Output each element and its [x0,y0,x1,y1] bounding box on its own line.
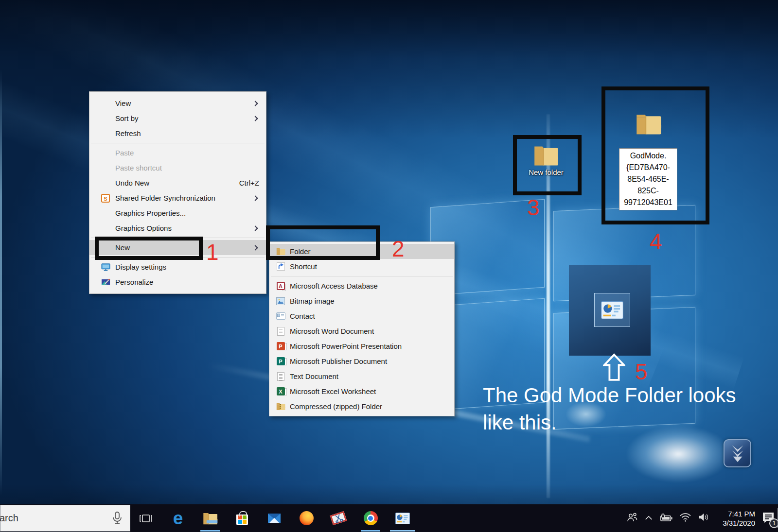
menu-item-undo-new[interactable]: Undo New Ctrl+Z [89,175,266,190]
folder-icon [533,145,559,166]
edge-icon[interactable]: e [162,504,194,532]
word-document-icon [275,327,286,336]
menu-item-view[interactable]: View [89,96,266,111]
menu-item-label: Microsoft Word Document [290,327,374,335]
submenu-item-shortcut[interactable]: Shortcut [269,259,454,274]
menu-item-label: Shared Folder Synchronization [115,194,215,202]
mail-icon[interactable] [258,504,290,532]
annotation-number-4: 4 [650,230,662,253]
desktop-icon-new-folder[interactable]: New folder [527,145,566,176]
godmode-selection-highlight[interactable] [594,293,630,327]
wifi-icon[interactable] [679,512,691,524]
submenu-item-excel-worksheet[interactable]: X Microsoft Excel Worksheet [269,384,454,399]
menu-item-label: Paste shortcut [115,164,162,172]
submenu-arrow-icon [252,116,258,121]
chrome-icon[interactable] [354,504,387,532]
menu-item-label: Bitmap image [290,297,335,305]
system-tray: 7:41 PM 3/31/2020 1 [626,504,775,532]
menu-item-graphics-options[interactable]: Graphics Options [89,221,266,236]
menu-item-paste-shortcut: Paste shortcut [89,160,266,175]
submenu-arrow-icon [252,195,258,201]
windows-desktop: New folder GodMode. {ED7BA470- 8E54-465E… [0,0,778,532]
submenu-item-compressed-folder[interactable]: Compressed (zipped) Folder [269,399,454,414]
svg-text:S: S [104,195,107,201]
display-settings-icon [100,262,111,272]
godmode-preview-image [569,265,651,356]
menu-item-personalize[interactable]: Personalize [89,275,266,290]
menu-item-label: Undo New [115,179,149,187]
tray-chevron-up-icon[interactable] [644,514,653,523]
clock-time: 7:41 PM [716,509,755,518]
folder-icon [275,247,286,256]
menu-item-label: View [115,99,131,107]
firefox-icon[interactable] [290,504,322,532]
shared-folder-sync-icon: S [100,194,111,203]
menu-item-new[interactable]: New [89,240,266,255]
clock-date: 3/31/2020 [716,518,755,528]
microsoft-store-icon[interactable] [226,504,258,532]
notification-badge: 1 [769,518,778,528]
desktop-icon-label: New folder [527,168,566,176]
menu-item-label: Microsoft Access Database [290,282,378,290]
excel-icon: X [275,387,286,395]
volume-icon[interactable] [698,512,710,524]
taskbar-app-icons: e [130,504,419,532]
taskbar: arch e [0,504,778,532]
download-manager-icon[interactable] [724,439,751,467]
taskbar-clock[interactable]: 7:41 PM 3/31/2020 [716,509,755,528]
menu-item-display-settings[interactable]: Display settings [89,259,266,275]
desktop-icon-godmode-folder[interactable] [636,113,662,137]
godmode-rename-field[interactable]: GodMode. {ED7BA470- 8E54-465E- 825C- 997… [619,148,677,210]
menu-item-label: New [115,243,130,252]
zip-folder-icon [275,402,286,411]
menu-item-label: Microsoft Publisher Document [290,357,387,365]
menu-item-refresh[interactable]: Refresh [89,126,266,141]
menu-item-label: Graphics Properties... [115,209,186,217]
file-explorer-icon[interactable] [194,504,226,532]
control-panel-taskbar-icon[interactable] [387,504,419,532]
menu-item-label: Text Document [290,372,338,380]
annotation-number-5: 5 [635,360,648,383]
godmode-name-line: 825C- [620,185,676,197]
menu-item-label: Shortcut [290,262,317,271]
caption-line2: like this. [483,409,775,436]
menu-item-shared-folder-synchronization[interactable]: S Shared Folder Synchronization [89,190,266,206]
submenu-item-contact[interactable]: Contact [269,309,454,324]
control-panel-icon [601,301,623,319]
taskbar-search-box[interactable]: arch [0,505,130,532]
action-center-icon[interactable]: 1 [761,511,775,526]
menu-item-label: Folder [290,247,311,256]
text-document-icon [275,372,286,381]
menu-separator [91,143,265,143]
new-submenu: Folder Shortcut A Microsoft Access Datab… [269,241,455,416]
search-text: arch [0,513,18,524]
menu-item-label: Sort by [115,114,139,122]
godmode-name-line: {ED7BA470- [620,162,676,173]
submenu-item-powerpoint-presentation[interactable]: P Microsoft PowerPoint Presentation [269,339,454,354]
submenu-item-publisher-document[interactable]: P Microsoft Publisher Document [269,354,454,369]
submenu-item-word-document[interactable]: Microsoft Word Document [269,324,454,339]
menu-item-label: Microsoft Excel Worksheet [290,387,376,395]
menu-separator [91,238,265,238]
submenu-item-text-document[interactable]: Text Document [269,369,454,384]
people-icon[interactable] [626,512,638,525]
menu-item-shortcut: Ctrl+Z [239,179,259,187]
desktop-context-menu: View Sort by Refresh Paste Paste shortcu… [89,91,266,294]
submenu-arrow-icon [252,245,258,250]
menu-item-graphics-properties[interactable]: Graphics Properties... [89,206,266,221]
personalize-icon [100,277,111,287]
folder-icon [636,113,662,135]
caption-text: The God Mode Folder looks like this. [483,382,775,436]
annotation-number-2: 2 [392,238,405,260]
menu-item-sort-by[interactable]: Sort by [89,111,266,126]
battery-icon[interactable] [659,512,673,524]
microphone-icon[interactable] [111,511,123,529]
task-view-button[interactable] [130,504,162,532]
bitmap-icon [275,297,286,305]
submenu-item-folder[interactable]: Folder [269,244,454,259]
snipping-tool-icon[interactable] [322,504,354,532]
up-arrow-annotation [603,353,625,383]
menu-item-label: Display settings [115,263,166,271]
submenu-item-access-database[interactable]: A Microsoft Access Database [269,278,454,293]
submenu-item-bitmap-image[interactable]: Bitmap image [269,293,454,309]
